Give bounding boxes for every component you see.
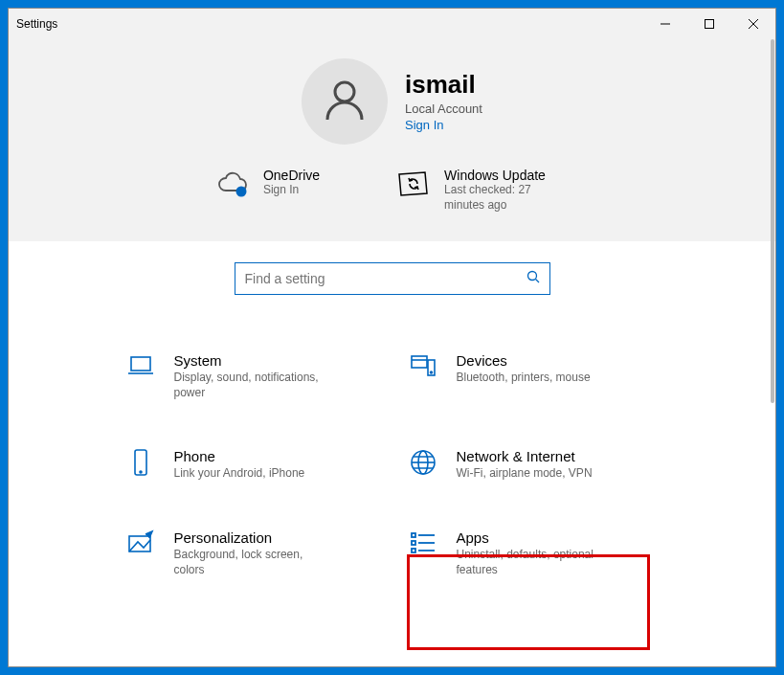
account-name: ismail bbox=[405, 70, 482, 100]
category-grid: System Display, sound, notifications, po… bbox=[124, 352, 661, 577]
settings-window: Settings bbox=[8, 8, 776, 667]
category-desc: Link your Android, iPhone bbox=[174, 466, 305, 482]
account-header: ismail Local Account Sign In OneDrive bbox=[9, 39, 775, 241]
body-area: System Display, sound, notifications, po… bbox=[9, 241, 775, 616]
svg-rect-10 bbox=[412, 356, 427, 368]
category-personalization[interactable]: Personalization Background, lock screen,… bbox=[124, 529, 378, 577]
onedrive-title: OneDrive bbox=[263, 168, 320, 183]
category-apps[interactable]: Apps Uninstall, defaults, optional featu… bbox=[407, 529, 661, 577]
svg-rect-20 bbox=[412, 533, 415, 537]
category-title: System bbox=[174, 352, 337, 369]
search-box[interactable] bbox=[235, 262, 550, 295]
svg-point-6 bbox=[527, 272, 536, 281]
onedrive-sub: Sign In bbox=[263, 183, 320, 198]
category-system[interactable]: System Display, sound, notifications, po… bbox=[124, 352, 378, 400]
category-title: Phone bbox=[174, 448, 305, 464]
avatar bbox=[302, 58, 388, 145]
svg-line-7 bbox=[535, 280, 539, 283]
search-icon bbox=[526, 270, 540, 287]
category-desc: Wi-Fi, airplane mode, VPN bbox=[457, 466, 593, 482]
category-desc: Bluetooth, printers, mouse bbox=[457, 371, 591, 386]
sync-icon bbox=[396, 168, 431, 200]
windows-update-status[interactable]: Windows Update Last checked: 27 minutes … bbox=[396, 168, 569, 213]
content-area: ismail Local Account Sign In OneDrive bbox=[9, 39, 775, 666]
signin-link[interactable]: Sign In bbox=[405, 118, 443, 132]
user-icon bbox=[323, 78, 367, 125]
onedrive-status[interactable]: OneDrive Sign In bbox=[215, 168, 320, 213]
window-title: Settings bbox=[16, 17, 57, 31]
category-desc: Display, sound, notifications, power bbox=[174, 371, 337, 400]
category-desc: Background, lock screen, colors bbox=[174, 548, 337, 577]
phone-icon bbox=[124, 448, 157, 481]
svg-rect-22 bbox=[412, 541, 415, 545]
globe-icon bbox=[407, 448, 439, 481]
apps-list-icon bbox=[407, 529, 439, 562]
category-title: Devices bbox=[457, 352, 591, 369]
window-controls bbox=[643, 9, 775, 39]
status-row: OneDrive Sign In Windows Update bbox=[215, 168, 569, 213]
svg-point-15 bbox=[140, 471, 142, 473]
devices-icon bbox=[407, 352, 439, 385]
scrollbar-thumb[interactable] bbox=[771, 39, 774, 403]
search-input[interactable] bbox=[245, 271, 526, 286]
svg-point-5 bbox=[235, 187, 246, 197]
svg-point-4 bbox=[335, 82, 354, 101]
minimize-button[interactable] bbox=[643, 9, 687, 39]
maximize-button[interactable] bbox=[687, 9, 731, 39]
category-network[interactable]: Network & Internet Wi-Fi, airplane mode,… bbox=[407, 448, 661, 482]
category-title: Network & Internet bbox=[457, 448, 593, 464]
account-type: Local Account bbox=[405, 101, 482, 116]
category-title: Apps bbox=[457, 529, 619, 546]
svg-rect-8 bbox=[131, 357, 150, 371]
laptop-icon bbox=[124, 352, 157, 385]
svg-point-13 bbox=[430, 371, 432, 373]
update-title: Windows Update bbox=[444, 168, 569, 183]
svg-rect-24 bbox=[412, 549, 415, 552]
update-sub: Last checked: 27 minutes ago bbox=[444, 183, 569, 213]
close-button[interactable] bbox=[731, 9, 775, 39]
account-info: ismail Local Account Sign In bbox=[405, 70, 482, 133]
account-row: ismail Local Account Sign In bbox=[302, 58, 482, 145]
category-desc: Uninstall, defaults, optional features bbox=[457, 548, 619, 577]
category-phone[interactable]: Phone Link your Android, iPhone bbox=[124, 448, 378, 482]
svg-rect-1 bbox=[706, 20, 714, 29]
paint-icon bbox=[124, 529, 157, 562]
titlebar: Settings bbox=[9, 9, 775, 39]
scrollbar[interactable] bbox=[770, 39, 775, 441]
category-devices[interactable]: Devices Bluetooth, printers, mouse bbox=[407, 352, 661, 400]
cloud-icon bbox=[215, 168, 250, 200]
category-title: Personalization bbox=[174, 529, 337, 546]
